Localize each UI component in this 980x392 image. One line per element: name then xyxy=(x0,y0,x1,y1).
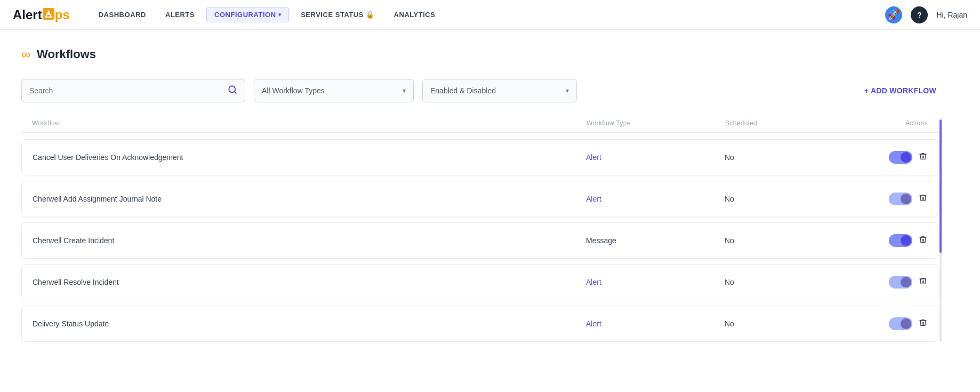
svg-rect-2 xyxy=(47,15,50,17)
cell-workflow-name: Delivery Status Update xyxy=(33,319,586,328)
delete-icon[interactable] xyxy=(919,277,927,287)
cell-workflow-type: Alert xyxy=(586,319,725,328)
workflows-icon: ∞ xyxy=(21,47,30,62)
cell-scheduled: No xyxy=(725,278,831,286)
logo-alert-text: Alert xyxy=(13,7,42,22)
cell-actions xyxy=(831,317,927,330)
nav-service-status[interactable]: SERVICE STATUS 🔒 xyxy=(293,7,382,22)
nav-user-greeting: Hi, Rajan xyxy=(936,11,967,19)
chevron-down-icon: ▾ xyxy=(566,87,569,94)
chevron-down-icon: ▾ xyxy=(278,12,282,18)
page-header: ∞ Workflows xyxy=(21,47,938,62)
cell-actions xyxy=(831,276,927,289)
navbar: Alert ps DASHBOARD ALERTS CONFIGURATION … xyxy=(0,0,980,30)
workflow-type-label: All Workflow Types xyxy=(262,86,325,95)
add-workflow-button[interactable]: + ADD WORKFLOW xyxy=(862,82,938,99)
col-scheduled: Scheduled xyxy=(725,119,832,127)
nav-right: 🚀 ? Hi, Rajan xyxy=(885,6,967,23)
col-type: Workflow Type xyxy=(587,119,725,127)
scroll-indicator[interactable] xyxy=(939,119,942,342)
logo-ops-text: ps xyxy=(55,7,70,22)
cell-workflow-type: Alert xyxy=(586,153,725,162)
cell-workflow-type: Message xyxy=(586,236,725,245)
nav-alerts[interactable]: ALERTS xyxy=(158,7,202,22)
delete-icon[interactable] xyxy=(919,152,927,163)
workflow-type-filter[interactable]: All Workflow Types ▾ xyxy=(254,79,414,102)
delete-icon[interactable] xyxy=(919,194,927,204)
nav-configuration[interactable]: CONFIGURATION ▾ xyxy=(206,7,289,22)
toggle-enable[interactable] xyxy=(889,151,912,164)
cell-actions xyxy=(831,151,927,164)
logo[interactable]: Alert ps xyxy=(13,7,70,22)
search-box xyxy=(21,79,245,102)
main-content: ∞ Workflows All Workflow Types ▾ Enabled… xyxy=(0,30,960,364)
table-row: Cherwell Create Incident Message No xyxy=(21,222,938,259)
cell-workflow-name: Cherwell Resolve Incident xyxy=(33,278,586,286)
cell-workflow-name: Cherwell Create Incident xyxy=(33,236,586,245)
table-row: Cancel User Deliveries On Acknowledgemen… xyxy=(21,139,938,175)
delete-icon[interactable] xyxy=(919,318,927,329)
table-row: Cherwell Resolve Incident Alert No xyxy=(21,264,938,300)
cell-scheduled: No xyxy=(725,236,831,245)
cell-scheduled: No xyxy=(725,319,831,328)
cell-workflow-name: Cancel User Deliveries On Acknowledgemen… xyxy=(33,153,586,162)
workflows-table: Workflow Workflow Type Scheduled Actions… xyxy=(21,119,938,342)
cell-workflow-name: Cherwell Add Assignment Journal Note xyxy=(33,195,586,203)
toggle-enable[interactable] xyxy=(889,193,912,205)
cell-scheduled: No xyxy=(725,153,831,162)
table-header: Workflow Workflow Type Scheduled Actions xyxy=(21,119,938,133)
table-row: Delivery Status Update Alert No xyxy=(21,306,938,342)
page-title: Workflows xyxy=(37,47,96,61)
delete-icon[interactable] xyxy=(919,235,927,246)
toggle-enable[interactable] xyxy=(889,234,912,247)
cell-workflow-type: Alert xyxy=(586,195,725,203)
cell-actions xyxy=(831,193,927,205)
chevron-down-icon: ▾ xyxy=(403,87,406,94)
rocket-icon[interactable]: 🚀 xyxy=(885,6,902,23)
search-input[interactable] xyxy=(29,86,223,95)
nav-dashboard[interactable]: DASHBOARD xyxy=(91,7,154,22)
cell-scheduled: No xyxy=(725,195,831,203)
toggle-enable[interactable] xyxy=(889,276,912,289)
col-workflow: Workflow xyxy=(32,119,587,127)
help-icon[interactable]: ? xyxy=(911,6,928,23)
search-icon xyxy=(228,85,237,97)
cell-actions xyxy=(831,234,927,247)
nav-links: DASHBOARD ALERTS CONFIGURATION ▾ SERVICE… xyxy=(91,7,886,22)
col-actions: Actions xyxy=(832,119,928,127)
svg-line-4 xyxy=(234,91,236,93)
toggle-enable[interactable] xyxy=(889,317,912,330)
table-row: Cherwell Add Assignment Journal Note Ale… xyxy=(21,181,938,217)
status-label: Enabled & Disabled xyxy=(430,86,496,95)
nav-analytics[interactable]: ANALYTICS xyxy=(387,7,443,22)
status-filter[interactable]: Enabled & Disabled ▾ xyxy=(422,79,577,102)
cell-workflow-type: Alert xyxy=(586,278,725,286)
filters-row: All Workflow Types ▾ Enabled & Disabled … xyxy=(21,79,938,102)
logo-icon xyxy=(43,8,54,20)
